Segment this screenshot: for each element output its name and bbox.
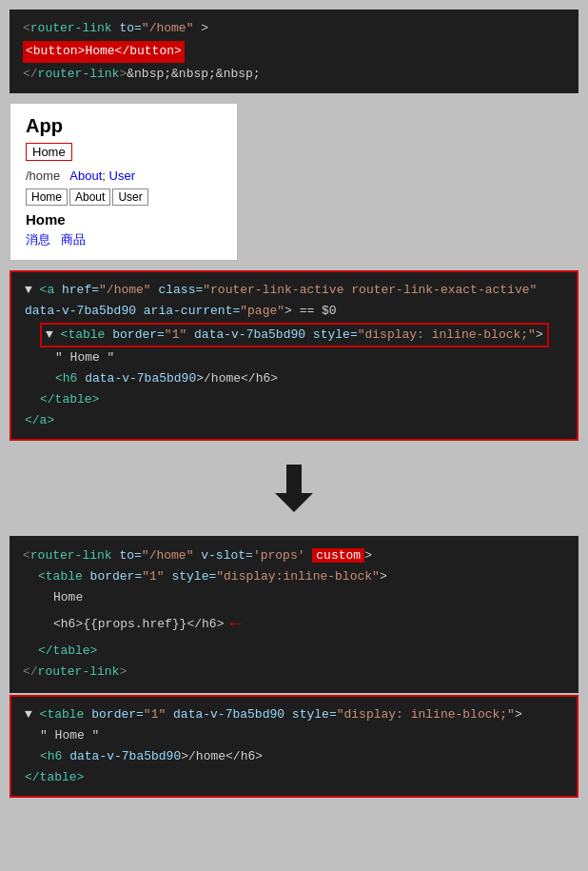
code-line-2-selected: <button>Home</button> bbox=[23, 41, 565, 63]
preview-home-heading: Home bbox=[26, 211, 222, 228]
preview-home-btn-wrapper: Home bbox=[26, 143, 222, 161]
preview-xiaox-link[interactable]: 消息 bbox=[26, 232, 50, 247]
preview-app-title: App bbox=[26, 115, 222, 137]
preview-about-link[interactable]: About bbox=[69, 168, 102, 183]
custom-badge: custom bbox=[312, 548, 364, 563]
preview-user-link[interactable]: User bbox=[109, 168, 135, 183]
code-block-vslot: <router-link to="/home" v-slot='props' c… bbox=[10, 536, 578, 692]
preview-footer-links: 消息 商品 bbox=[26, 231, 222, 248]
dom-line-1: ▼ <a href="/home" class="router-link-act… bbox=[25, 280, 563, 301]
preview-nav-buttons: Home About User bbox=[26, 188, 222, 206]
vslot-line-1: <router-link to="/home" v-slot='props' c… bbox=[23, 545, 565, 566]
browser-preview: App Home /home About; User Home About Us… bbox=[10, 103, 238, 261]
dom-line-4: " Home " bbox=[25, 347, 563, 368]
code-block-router-link: <router-link to="/home" > <button>Home</… bbox=[10, 10, 578, 93]
dom-bottom-section: ▼ <table border="1" data-v-7ba5bd90 styl… bbox=[10, 695, 578, 798]
dom-line-6: </table> bbox=[25, 389, 563, 410]
preview-nav-user-btn[interactable]: User bbox=[112, 188, 147, 206]
arrow-svg bbox=[265, 460, 323, 517]
code-line-1: <router-link to="/home" > bbox=[23, 19, 565, 39]
dom-line-5: <h6 data-v-7ba5bd90>/home</h6> bbox=[25, 368, 563, 389]
svg-rect-0 bbox=[286, 465, 302, 493]
vslot-line-4: <h6>{{props.href}}</h6> ← bbox=[23, 608, 565, 641]
dom-line-2: data-v-7ba5bd90 aria-current="page"> == … bbox=[25, 301, 563, 322]
preview-nav-home-btn[interactable]: Home bbox=[26, 188, 68, 206]
vslot-line-6: </router-link> bbox=[23, 662, 565, 683]
dom-inspector-section: ▼ <a href="/home" class="router-link-act… bbox=[10, 270, 578, 441]
red-arrow-icon: ← bbox=[229, 608, 241, 641]
bottom-dom-line-4: </table> bbox=[25, 767, 563, 788]
dom-line-3: ▼ <table border="1" data-v-7ba5bd90 styl… bbox=[25, 323, 563, 347]
bottom-dom-line-2: " Home " bbox=[25, 725, 563, 746]
vslot-line-3: Home bbox=[23, 587, 565, 608]
tag-open: < bbox=[23, 21, 30, 35]
code-line-3: </router-link>&nbsp;&nbsp;&nbsp; bbox=[23, 65, 565, 85]
svg-marker-1 bbox=[275, 493, 313, 512]
preview-shangpin-link[interactable]: 商品 bbox=[61, 232, 86, 247]
preview-home-button[interactable]: Home bbox=[26, 143, 72, 161]
preview-path-row: /home About; User bbox=[26, 168, 222, 183]
arrow-down bbox=[10, 450, 578, 526]
bottom-dom-line-1: ▼ <table border="1" data-v-7ba5bd90 styl… bbox=[25, 704, 563, 725]
bottom-dom-line-3: <h6 data-v-7ba5bd90>/home</h6> bbox=[25, 746, 563, 767]
dom-line-7: </a> bbox=[25, 410, 563, 431]
vslot-line-5: </table> bbox=[23, 641, 565, 662]
vslot-line-2: <table border="1" style="display:inline-… bbox=[23, 566, 565, 587]
preview-nav-about-btn[interactable]: About bbox=[69, 188, 110, 206]
